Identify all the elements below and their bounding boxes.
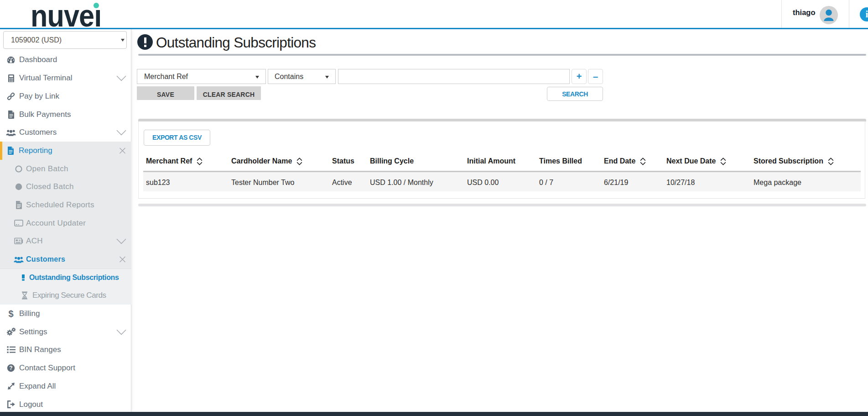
svg-text:?: ? [9,365,12,372]
